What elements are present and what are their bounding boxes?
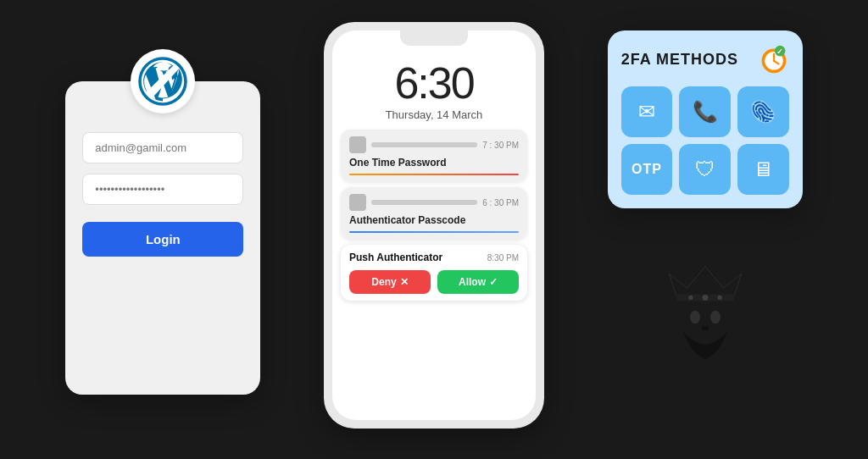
login-button[interactable]: Login bbox=[82, 222, 243, 257]
svg-point-13 bbox=[688, 296, 693, 300]
deny-label: Deny bbox=[371, 276, 396, 288]
push-notif-title: Push Authenticator bbox=[349, 252, 442, 263]
deny-button[interactable]: Deny ✕ bbox=[349, 270, 431, 294]
auth-notif-bar bbox=[371, 200, 477, 205]
svg-point-9 bbox=[710, 311, 721, 324]
twofa-methods-grid: ✉ 📞 🫆 OTP 🛡 bbox=[621, 86, 789, 195]
twofa-device-item[interactable]: 🖥 bbox=[737, 144, 789, 195]
svg-point-14 bbox=[717, 296, 721, 300]
twofa-email-item[interactable]: ✉ bbox=[621, 86, 673, 137]
otp-label: OTP bbox=[632, 162, 662, 177]
king-logo-icon bbox=[654, 259, 756, 361]
phone-icon: 📞 bbox=[693, 100, 718, 124]
push-notif-header: Push Authenticator 8:30 PM bbox=[349, 252, 519, 263]
phone-date: Thursday, 14 March bbox=[386, 108, 483, 121]
auth-notif-divider bbox=[349, 231, 519, 233]
otp-notif-title: One Time Password bbox=[349, 157, 519, 169]
push-notif-time: 8:30 PM bbox=[487, 253, 519, 263]
auth-notif-app-icon bbox=[349, 194, 366, 211]
deny-icon: ✕ bbox=[400, 276, 409, 288]
fingerprint-icon: 🫆 bbox=[750, 100, 776, 124]
right-panel: 2FA METHODS ✓ ✉ 📞 bbox=[608, 98, 803, 361]
auth-notif-time: 6 : 30 PM bbox=[482, 198, 519, 207]
svg-point-12 bbox=[702, 295, 708, 301]
twofa-card: 2FA METHODS ✓ ✉ 📞 bbox=[608, 30, 803, 208]
phone-lock-screen: 6:30 Thursday, 14 March 7 : 30 PM One Ti… bbox=[332, 46, 536, 420]
shield-key-icon: 🛡 bbox=[695, 158, 715, 181]
push-actions: Deny ✕ Allow ✓ bbox=[349, 270, 519, 294]
phone-notch bbox=[400, 30, 468, 46]
wp-logo-icon bbox=[137, 56, 188, 107]
otp-notif-time: 7 : 30 PM bbox=[482, 141, 519, 150]
push-auth-notification: Push Authenticator 8:30 PM Deny ✕ Allow bbox=[341, 245, 527, 301]
email-field[interactable] bbox=[82, 132, 243, 163]
twofa-fingerprint-item[interactable]: 🫆 bbox=[737, 86, 789, 137]
auth-notif-title: Authenticator Passcode bbox=[349, 214, 519, 226]
twofa-shield-item[interactable]: 🛡 bbox=[679, 144, 731, 195]
allow-icon: ✓ bbox=[489, 276, 498, 288]
phone-mockup: 6:30 Thursday, 14 March 7 : 30 PM One Ti… bbox=[324, 22, 544, 429]
notif-app-icon bbox=[349, 136, 366, 153]
notification-list: 7 : 30 PM One Time Password 6 : 30 PM bbox=[332, 130, 536, 301]
svg-text:✓: ✓ bbox=[776, 47, 783, 56]
notif-bar bbox=[371, 142, 477, 147]
auth-notif-header: 6 : 30 PM bbox=[349, 194, 519, 211]
otp-notification: 7 : 30 PM One Time Password bbox=[341, 130, 527, 182]
allow-label: Allow bbox=[459, 276, 486, 288]
twofa-otp-item[interactable]: OTP bbox=[621, 144, 673, 195]
allow-button[interactable]: Allow ✓ bbox=[437, 270, 519, 294]
svg-point-8 bbox=[690, 311, 700, 324]
device-icon: 🖥 bbox=[753, 158, 773, 181]
password-field[interactable] bbox=[82, 174, 243, 205]
email-icon: ✉ bbox=[638, 100, 655, 124]
twofa-phone-item[interactable]: 📞 bbox=[679, 86, 731, 137]
twofa-title: 2FA METHODS bbox=[621, 51, 738, 69]
auth-passcode-notification: 6 : 30 PM Authenticator Passcode bbox=[341, 187, 527, 240]
otp-notif-divider bbox=[349, 174, 519, 175]
phone-time: 6:30 bbox=[394, 58, 473, 108]
phone-screen: 6:30 Thursday, 14 March 7 : 30 PM One Ti… bbox=[332, 30, 536, 420]
wp-login-card: Login bbox=[65, 81, 260, 395]
otp-notif-header: 7 : 30 PM bbox=[349, 136, 519, 153]
twofa-header: 2FA METHODS ✓ bbox=[621, 44, 789, 75]
scene: Login 6:30 Thursday, 14 March 7 : 30 bbox=[0, 0, 868, 459]
miniorange-logo-icon: ✓ bbox=[759, 44, 789, 75]
phone-shell: 6:30 Thursday, 14 March 7 : 30 PM One Ti… bbox=[324, 22, 544, 429]
svg-point-10 bbox=[701, 326, 709, 330]
wp-logo-wrap bbox=[131, 49, 195, 113]
